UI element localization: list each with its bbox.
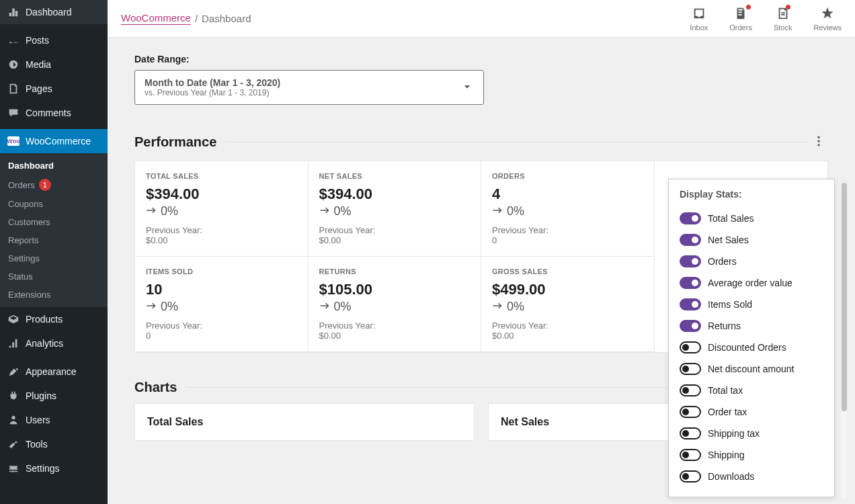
subnav-settings[interactable]: Settings: [0, 249, 108, 267]
performance-card[interactable]: GROSS SALES $499.00 0% Previous Year: $0…: [481, 257, 655, 352]
topbar-inbox[interactable]: Inbox: [690, 6, 708, 32]
products-icon: [7, 312, 20, 326]
card-label: TOTAL SALES: [146, 172, 297, 180]
appearance-icon: [7, 365, 20, 378]
media-icon: [7, 58, 20, 71]
toggle-switch[interactable]: [680, 341, 701, 353]
performance-card[interactable]: NET SALES $394.00 0% Previous Year: $0.0…: [309, 161, 482, 257]
date-range-main: Month to Date (Mar 1 - 3, 2020): [145, 77, 280, 88]
performance-card[interactable]: TOTAL SALES $394.00 0% Previous Year: $0…: [135, 161, 309, 257]
orders-badge: 1: [39, 179, 51, 191]
breadcrumb-link[interactable]: WooCommerce: [121, 12, 191, 25]
chart-card-total-sales[interactable]: Total Sales: [134, 403, 475, 441]
sidebar-item-plugins[interactable]: Plugins: [0, 384, 108, 408]
arrow-right-icon: [146, 204, 158, 218]
tools-icon: [7, 437, 20, 451]
sidebar-item-media[interactable]: Media: [0, 52, 108, 77]
toggle-switch[interactable]: [680, 449, 701, 461]
date-range-sub: vs. Previous Year (Mar 1 - 3, 2019): [145, 88, 280, 97]
subnav-extensions[interactable]: Extensions: [0, 286, 108, 304]
inbox-icon: [692, 6, 706, 21]
performance-menu-button[interactable]: [809, 132, 828, 153]
sidebar-item-posts[interactable]: Posts: [0, 28, 108, 52]
popover-scrollbar[interactable]: [842, 183, 847, 499]
notification-dot: [746, 5, 751, 9]
svg-point-3: [817, 136, 819, 138]
toggle-label: Average order value: [708, 278, 792, 288]
toggle-label: Total tax: [708, 385, 743, 396]
toggle-switch[interactable]: [680, 212, 701, 224]
card-prev-value: $0.00: [492, 331, 643, 341]
card-value: 10: [146, 281, 297, 298]
dashboard-icon: [7, 5, 20, 19]
card-value: $394.00: [319, 185, 471, 203]
sidebar-item-dashboard[interactable]: Dashboard: [0, 0, 108, 24]
subnav-status[interactable]: Status: [0, 267, 108, 286]
topbar-stock[interactable]: Stock: [774, 6, 792, 32]
performance-card[interactable]: ITEMS SOLD 10 0% Previous Year: 0: [135, 257, 309, 352]
subnav-dashboard[interactable]: Dashboard: [0, 157, 108, 175]
subnav-orders[interactable]: Orders1: [0, 175, 108, 195]
card-delta: 0%: [319, 204, 471, 218]
toggle-switch[interactable]: [680, 234, 701, 246]
sidebar-item-users[interactable]: Users: [0, 408, 108, 432]
toggle-label: Orders: [708, 256, 737, 267]
analytics-icon: [7, 337, 20, 350]
toggle-row: Items Sold: [680, 294, 823, 315]
toggle-row: Net Sales: [680, 229, 823, 251]
date-range-label: Date Range:: [134, 54, 828, 65]
comments-icon: [7, 106, 20, 120]
card-prev-value: 0: [146, 331, 297, 341]
sidebar-item-label: Tools: [26, 439, 48, 450]
toggle-row: Order tax: [680, 401, 823, 423]
card-prev-label: Previous Year:: [492, 225, 643, 235]
card-prev-label: Previous Year:: [492, 321, 643, 331]
woo-icon: Woo: [7, 134, 20, 148]
card-label: GROSS SALES: [492, 267, 643, 276]
subnav-reports[interactable]: Reports: [0, 231, 108, 249]
toggle-label: Net Sales: [708, 235, 749, 245]
date-range-selector[interactable]: Month to Date (Mar 1 - 3, 2020) vs. Prev…: [134, 70, 484, 105]
sidebar-item-pages[interactable]: Pages: [0, 77, 108, 101]
toggle-switch[interactable]: [680, 320, 701, 332]
topbar-orders[interactable]: Orders: [729, 6, 752, 32]
card-prev-value: $0.00: [146, 235, 297, 245]
toggle-switch[interactable]: [680, 298, 701, 310]
sidebar-item-analytics[interactable]: Analytics: [0, 331, 108, 355]
performance-card[interactable]: ORDERS 4 0% Previous Year: 0: [481, 161, 655, 257]
sidebar-item-comments[interactable]: Comments: [0, 101, 108, 125]
card-value: $105.00: [319, 281, 471, 298]
card-prev-value: $0.00: [319, 331, 471, 341]
arrow-right-icon: [492, 300, 504, 314]
sidebar-item-tools[interactable]: Tools: [0, 432, 108, 456]
topbar-reviews[interactable]: Reviews: [813, 6, 842, 32]
toggle-label: Downloads: [708, 471, 754, 482]
notification-dot: [786, 5, 790, 9]
toggle-switch[interactable]: [680, 255, 701, 267]
card-label: RETURNS: [319, 267, 471, 276]
sidebar-item-label: Settings: [26, 463, 60, 474]
toggle-switch[interactable]: [680, 470, 701, 482]
popover-title: Display Stats:: [680, 189, 823, 200]
sidebar-item-label: Analytics: [26, 338, 63, 349]
sidebar-item-appearance[interactable]: Appearance: [0, 360, 108, 384]
sidebar-item-settings[interactable]: Settings: [0, 456, 108, 480]
performance-card[interactable]: RETURNS $105.00 0% Previous Year: $0.00: [309, 257, 482, 352]
toggle-switch[interactable]: [680, 363, 701, 375]
card-label: NET SALES: [319, 172, 471, 180]
toggle-row: Downloads: [680, 466, 823, 487]
sidebar-item-products[interactable]: Products: [0, 307, 108, 331]
card-prev-label: Previous Year:: [319, 225, 471, 235]
subnav-coupons[interactable]: Coupons: [0, 195, 108, 213]
arrow-right-icon: [319, 300, 331, 314]
plugins-icon: [7, 389, 20, 403]
toggle-switch[interactable]: [680, 277, 701, 289]
toggle-switch[interactable]: [680, 384, 701, 396]
card-delta: 0%: [492, 300, 643, 314]
toggle-switch[interactable]: [680, 406, 701, 418]
card-value: 4: [492, 185, 643, 203]
sidebar-item-woocommerce[interactable]: Woo WooCommerce: [0, 129, 108, 153]
breadcrumb: WooCommerce / Dashboard: [121, 12, 251, 25]
toggle-switch[interactable]: [680, 427, 701, 439]
subnav-customers[interactable]: Customers: [0, 213, 108, 231]
